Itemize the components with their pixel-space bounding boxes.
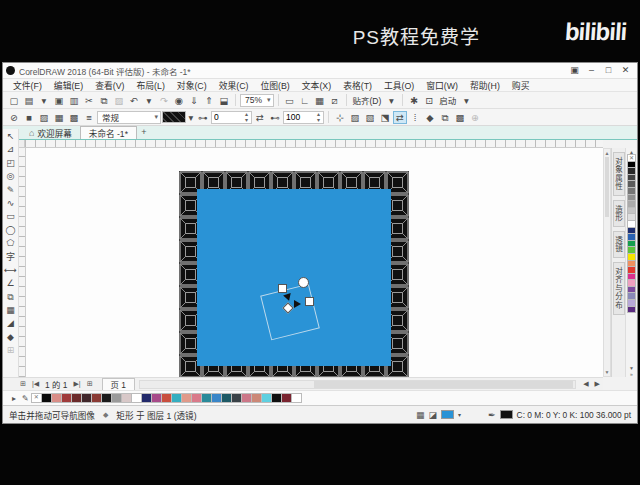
copy-transparency-icon[interactable]: ⧉ — [438, 111, 452, 124]
pick-tool[interactable]: ↖ — [4, 130, 18, 143]
tab-untitled-document[interactable]: 未命名 -1* — [80, 126, 137, 139]
menu-file[interactable]: 文件(F) — [7, 79, 48, 92]
reset-transparency-icon[interactable]: ⊕ — [468, 111, 482, 124]
color-eyedropper-tool[interactable]: ◢ — [4, 317, 18, 330]
menu-window[interactable]: 窗口(W) — [420, 79, 464, 92]
transparency-pattern-picker[interactable] — [162, 111, 186, 123]
smart-fill-tool[interactable]: ⊞ — [4, 344, 18, 357]
transparency-target-icon[interactable]: ⊹ — [333, 111, 347, 124]
page-1-tab[interactable]: 页 1 — [102, 378, 135, 390]
menu-object[interactable]: 对象(C) — [171, 79, 213, 92]
vertical-ruler[interactable] — [19, 148, 26, 377]
polygon-tool[interactable]: ⬠ — [4, 237, 18, 250]
handle-square-end[interactable] — [305, 297, 314, 306]
undo-caret-icon[interactable]: ▾ — [142, 94, 156, 107]
color-swatch[interactable] — [627, 306, 636, 314]
texture-transparency-icon[interactable]: ▩ — [67, 111, 81, 124]
docker-tab-shaping[interactable]: 造形 — [613, 200, 625, 227]
options-gear-icon[interactable]: ✱ — [407, 94, 421, 107]
foreground-transparency-input[interactable] — [212, 112, 242, 122]
menu-tools[interactable]: 工具(O) — [378, 79, 420, 92]
rectangle-tool[interactable]: ▭ — [4, 210, 18, 223]
stepper-icon[interactable]: ▴▾ — [314, 111, 323, 123]
dimension-tool[interactable]: ⟷ — [4, 264, 18, 277]
freehand-tool[interactable]: ✎ — [4, 184, 18, 197]
cut-icon[interactable]: ✂ — [82, 94, 96, 107]
new-document-icon[interactable]: ▢ — [7, 94, 21, 107]
menu-help[interactable]: 帮助(H) — [464, 79, 506, 92]
save-icon[interactable]: ▣ — [52, 94, 66, 107]
background-transparency-field[interactable]: ▴▾ — [283, 111, 324, 124]
ellipse-tool[interactable]: ◯ — [4, 224, 18, 237]
horizontal-scrollbar[interactable] — [139, 380, 576, 389]
new-tab-button[interactable]: + — [137, 126, 151, 139]
fill-flyout-icon[interactable]: ▾ — [458, 411, 461, 418]
shape-tool[interactable]: ⊿ — [4, 143, 18, 156]
open-caret-icon[interactable]: ▾ — [37, 94, 51, 107]
menu-table[interactable]: 表格(T) — [337, 79, 378, 92]
menu-effects[interactable]: 效果(C) — [213, 79, 255, 92]
chevron-down-icon[interactable]: ▾ — [459, 94, 473, 107]
merge-mode-combo[interactable]: 常规 ▾ — [97, 111, 161, 124]
handle-square-start[interactable] — [278, 284, 287, 293]
last-page-icon[interactable]: ▶| — [70, 380, 83, 388]
copy-icon[interactable]: ⧉ — [97, 94, 111, 107]
menu-view[interactable]: 查看(V) — [89, 79, 130, 92]
application-launcher-icon[interactable]: ⊡ — [422, 94, 436, 107]
search-icon[interactable]: ◉ — [172, 94, 186, 107]
scroll-left-icon[interactable]: ◀ — [580, 380, 591, 388]
chevron-down-icon[interactable]: ▾ — [187, 111, 195, 124]
mirror-tile-icon[interactable]: ◆ — [423, 111, 437, 124]
wrap-transparency-icon[interactable]: ▩ — [453, 111, 467, 124]
menu-layout[interactable]: 布局(L) — [130, 79, 170, 92]
drawing-canvas[interactable] — [26, 148, 603, 377]
text-tool[interactable]: 字 — [4, 251, 18, 264]
no-transparency-icon[interactable]: ⊘ — [7, 111, 21, 124]
zoom-tool[interactable]: ◎ — [4, 170, 18, 183]
all-transparency-icon[interactable]: ⬔ — [378, 111, 392, 124]
show-guidelines-icon[interactable]: ⧄ — [328, 94, 342, 107]
outline-color-swatch[interactable] — [500, 410, 513, 419]
launch-button[interactable]: 启动 — [437, 94, 458, 106]
export-icon[interactable]: ⇑ — [202, 94, 216, 107]
horizontal-scroll-thumb[interactable] — [314, 381, 573, 388]
framed-bitmap-object[interactable] — [179, 171, 409, 377]
artistic-media-tool[interactable]: ∿ — [4, 197, 18, 210]
open-icon[interactable]: ▤ — [22, 94, 36, 107]
uniform-transparency-icon[interactable]: ■ — [22, 111, 36, 124]
horizontal-ruler[interactable] — [25, 140, 603, 148]
freeze-transparency-icon[interactable]: ⁞ — [408, 111, 422, 124]
show-rulers-icon[interactable]: ∟ — [298, 94, 312, 107]
scroll-right-icon[interactable]: ▶ — [592, 380, 603, 388]
handle-arrow-right-icon[interactable] — [294, 300, 301, 308]
menu-bitmaps[interactable]: 位图(B) — [254, 79, 295, 92]
foreground-transparency-field[interactable]: ▴▾ — [211, 111, 252, 124]
zoom-level-combo[interactable]: 75% ▾ — [240, 94, 274, 107]
tab-welcome-screen[interactable]: ⌂ 欢迎屏幕 — [21, 126, 80, 139]
pattern-transparency-icon[interactable]: ▦ — [52, 111, 66, 124]
vertical-scroll-thumb[interactable] — [605, 157, 609, 217]
scroll-up-icon[interactable]: ▲ — [604, 150, 610, 156]
redo-icon[interactable]: ↷ — [157, 94, 171, 107]
connector-tool[interactable]: ∠ — [4, 277, 18, 290]
print-icon[interactable]: ▥ — [67, 94, 81, 107]
show-grid-icon[interactable]: ▦ — [313, 94, 327, 107]
maximize-button[interactable]: □ — [600, 64, 617, 77]
menu-text[interactable]: 文本(X) — [296, 79, 337, 92]
undo-icon[interactable]: ↶ — [127, 94, 141, 107]
first-page-icon[interactable]: |◀ — [29, 380, 42, 388]
paste-icon[interactable]: ▨ — [112, 94, 126, 107]
workspace-icon[interactable]: ▣ — [566, 64, 583, 77]
shadow-tool[interactable]: ⧉ — [4, 291, 18, 304]
color-swatch[interactable] — [291, 393, 302, 403]
minimize-button[interactable]: – — [583, 64, 600, 77]
handle-circle[interactable] — [298, 277, 309, 288]
add-page-button[interactable]: ⊞ — [84, 380, 96, 388]
vertical-scrollbar[interactable]: ▲ ▼ — [603, 148, 611, 377]
outline-transparency-icon[interactable]: ▧ — [363, 111, 377, 124]
close-button[interactable]: ✕ — [617, 64, 634, 77]
import-icon[interactable]: ⇓ — [187, 94, 201, 107]
scroll-down-icon[interactable]: ▼ — [604, 369, 610, 375]
snap-to-button[interactable]: 贴齐(D) — [351, 94, 384, 106]
background-transparency-input[interactable] — [284, 112, 314, 122]
